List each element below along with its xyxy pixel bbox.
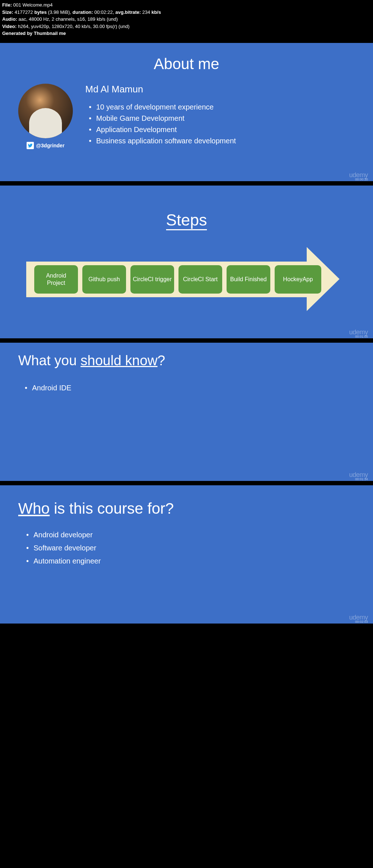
size-label: Size: xyxy=(2,9,13,15)
slide2-title: Steps xyxy=(166,211,207,230)
size-bytes: 4177272 xyxy=(15,9,33,15)
bitrate-unit: kb/s xyxy=(152,9,161,15)
generated-by: Generated by Thumbnail me xyxy=(2,30,371,37)
bullet-item: Software developer xyxy=(26,541,373,554)
file-label: File: xyxy=(2,2,12,8)
audio-value: aac, 48000 Hz, 2 channels, s16, 189 kb/s… xyxy=(19,16,118,22)
video-label: Video: xyxy=(2,24,17,29)
video-value: h264, yuv420p, 1280x720, 40 kb/s, 30.00 … xyxy=(18,24,129,29)
twitter-icon xyxy=(27,142,34,149)
file-value: 001 Welcome.mp4 xyxy=(13,2,52,8)
bullet-item: Android IDE xyxy=(25,382,373,394)
slide-about-me: About me @3dgrinder Md Al Mamun 10 years… xyxy=(0,43,373,181)
bullet-item: Automation engineer xyxy=(26,554,373,568)
bullet-item: Android developer xyxy=(26,528,373,541)
meta-file: File: 001 Welcome.mp4 xyxy=(2,1,371,9)
title-underline: should know xyxy=(81,353,157,368)
slide1-title: About me xyxy=(0,43,373,73)
metadata-header: File: 001 Welcome.mp4 Size: 4177272 byte… xyxy=(0,0,373,39)
title-suffix: is this course for? xyxy=(50,500,174,517)
timestamp: 00:00:30 xyxy=(355,178,368,181)
should-know-bullets: Android IDE xyxy=(0,369,373,394)
meta-video: Video: h264, yuv420p, 1280x720, 40 kb/s,… xyxy=(2,23,371,30)
timestamp: 00:01:05 xyxy=(355,335,368,338)
slide4-title: Who is this course for? xyxy=(0,485,373,517)
size-bytes-unit: bytes xyxy=(34,9,47,15)
duration-label: duration: xyxy=(72,9,93,15)
bitrate-value: 234 xyxy=(142,9,150,15)
meta-audio: Audio: aac, 48000 Hz, 2 channels, s16, 1… xyxy=(2,16,371,23)
timestamp: 00:01:34 xyxy=(355,477,368,481)
timestamp: 00:02:03 xyxy=(355,620,368,624)
bitrate-label: avg.bitrate: xyxy=(115,9,141,15)
slide-steps: Steps Android Project Github push Circle… xyxy=(0,186,373,338)
bullet-item: Mobile Game Development xyxy=(96,113,236,124)
title-prefix: What you xyxy=(18,353,81,368)
step-hockeyapp: HockeyApp xyxy=(275,265,321,294)
duration-value: 00:02:22, xyxy=(94,9,114,15)
bullet-item: Business application software developmen… xyxy=(96,135,236,147)
slide-should-know: What you should know? Android IDE udemy … xyxy=(0,343,373,481)
twitter-handle: @3dgrinder xyxy=(27,142,64,149)
steps-arrow-diagram: Android Project Github push CircleCI tri… xyxy=(26,252,347,307)
bullet-item: 10 years of development experience xyxy=(96,101,236,113)
step-circleci-trigger: CircleCI trigger xyxy=(130,265,174,294)
title-suffix: ? xyxy=(157,353,165,368)
slide3-title: What you should know? xyxy=(0,343,373,369)
bullet-item: Application Development xyxy=(96,124,236,135)
audio-label: Audio: xyxy=(2,16,17,22)
step-build-finished: Build Finished xyxy=(227,265,270,294)
meta-size: Size: 4177272 bytes (3.98 MiB), duration… xyxy=(2,9,371,16)
presenter-avatar xyxy=(18,84,73,138)
twitter-text: @3dgrinder xyxy=(36,143,64,148)
size-mib: (3.98 MiB), xyxy=(48,9,71,15)
presenter-name: Md Al Mamun xyxy=(85,84,236,95)
step-android-project: Android Project xyxy=(34,265,78,294)
about-bullets: 10 years of development experience Mobil… xyxy=(85,101,236,147)
step-github-push: Github push xyxy=(82,265,126,294)
step-circleci-start: CircleCI Start xyxy=(178,265,222,294)
who-for-bullets: Android developer Software developer Aut… xyxy=(0,517,373,568)
title-underline: Who xyxy=(18,500,50,517)
slide-who-for: Who is this course for? Android develope… xyxy=(0,485,373,624)
